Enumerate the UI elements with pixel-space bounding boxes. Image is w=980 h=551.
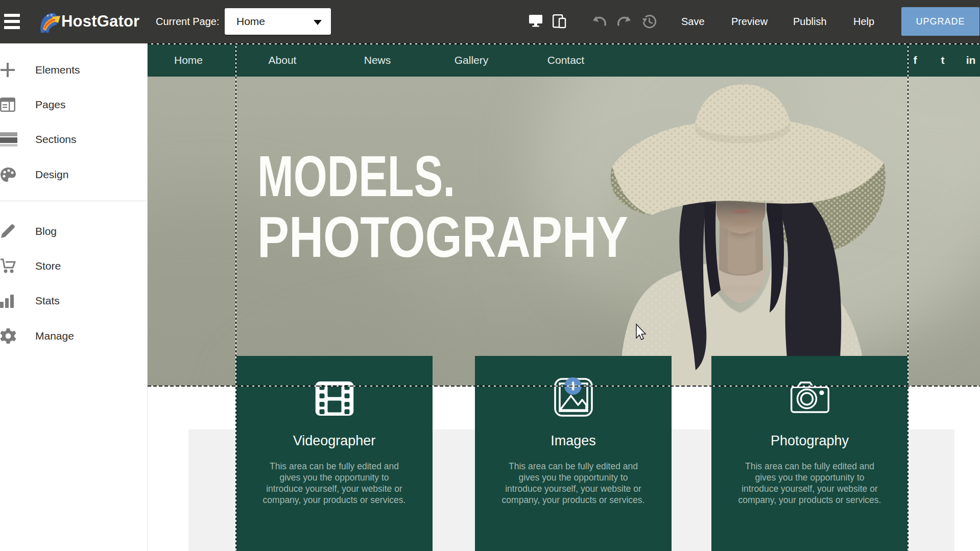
svg-text:MODELS.: MODELS.	[257, 144, 455, 208]
svg-text:PHOTOGRAPHY: PHOTOGRAPHY	[257, 205, 628, 269]
